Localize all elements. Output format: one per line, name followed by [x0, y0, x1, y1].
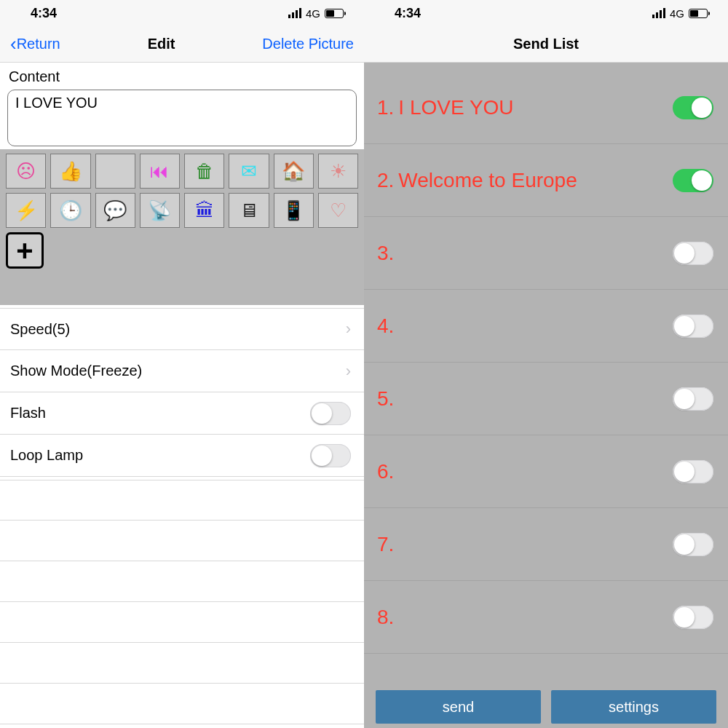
- status-right: 4G: [288, 7, 344, 20]
- clock-icon[interactable]: 🕒: [50, 193, 90, 228]
- flash-toggle[interactable]: [310, 402, 351, 425]
- flash-row: Flash: [0, 392, 364, 435]
- trash-icon[interactable]: 🗑: [184, 154, 224, 189]
- send-list-row[interactable]: 7.: [364, 508, 728, 581]
- nav-header: ‹ Return Edit Delete Picture: [0, 26, 364, 63]
- list-toggle[interactable]: [673, 533, 713, 556]
- back-label: Return: [17, 36, 60, 52]
- page-title: Edit: [148, 36, 175, 52]
- status-time: 4:34: [395, 6, 421, 21]
- list-number: 5.: [377, 387, 394, 411]
- edit-screen: 4:34 4G ‹ Return Edit Delete Picture Con…: [0, 0, 364, 728]
- list-toggle[interactable]: [673, 606, 713, 629]
- speed-label: Speed(5): [10, 321, 70, 338]
- empty-row: [0, 643, 364, 684]
- empty-row: [0, 480, 364, 521]
- prev-icon[interactable]: ⏮: [140, 154, 180, 189]
- battery-icon: [325, 9, 344, 18]
- message-icon[interactable]: 💬: [95, 193, 135, 228]
- antenna-icon[interactable]: 📡: [140, 193, 180, 228]
- empty-row: [0, 602, 364, 643]
- chevron-right-icon: ›: [346, 320, 351, 339]
- list-number: 4.: [377, 314, 394, 338]
- list-text: I LOVE YOU: [398, 96, 513, 119]
- network-label: 4G: [670, 7, 684, 20]
- face-icon[interactable]: ☹: [6, 154, 46, 189]
- home-icon[interactable]: 🏠: [274, 154, 314, 189]
- nav-header: Send List: [364, 26, 728, 63]
- page-title: Send List: [513, 36, 579, 52]
- list-toggle[interactable]: [673, 460, 713, 483]
- delete-picture-button[interactable]: Delete Picture: [262, 36, 354, 52]
- heart-icon[interactable]: ♡: [318, 193, 358, 228]
- empty-row: [0, 684, 364, 724]
- list-number: 2.: [377, 169, 394, 192]
- list-number: 6.: [377, 460, 394, 483]
- ipod-icon[interactable]: 📱: [274, 193, 314, 228]
- send-list-row[interactable]: 8.: [364, 581, 728, 654]
- settings-list: Speed(5) › Show Mode(Freeze) › Flash Loo…: [0, 308, 364, 477]
- sun-icon[interactable]: ☀: [318, 154, 358, 189]
- list-toggle[interactable]: [673, 169, 713, 192]
- list-number: 8.: [377, 606, 394, 629]
- mail-icon[interactable]: ✉: [229, 154, 269, 189]
- list-toggle[interactable]: [673, 314, 713, 338]
- list-toggle[interactable]: [673, 96, 713, 119]
- list-toggle[interactable]: [673, 387, 713, 411]
- bottom-bar: send settings: [364, 690, 728, 728]
- send-list-row[interactable]: 1.I LOVE YOU: [364, 71, 728, 144]
- network-label: 4G: [306, 7, 320, 20]
- status-right: 4G: [652, 7, 708, 20]
- signal-icon: [288, 8, 301, 18]
- list-text: Welcome to Europe: [398, 169, 577, 192]
- settings-button[interactable]: settings: [551, 690, 716, 724]
- list-toggle[interactable]: [673, 242, 713, 265]
- send-button[interactable]: send: [376, 690, 541, 724]
- status-bar: 4:34 4G: [364, 0, 728, 26]
- bolt-icon[interactable]: ⚡: [6, 193, 46, 228]
- send-list-row[interactable]: 5.: [364, 363, 728, 435]
- speed-row[interactable]: Speed(5) ›: [0, 308, 364, 350]
- add-icon-button[interactable]: +: [6, 232, 44, 269]
- flash-label: Flash: [10, 405, 46, 422]
- apple-icon[interactable]: [95, 154, 135, 189]
- battery-icon: [689, 9, 708, 18]
- content-input[interactable]: I LOVE YOU: [7, 90, 357, 146]
- send-list-row[interactable]: 3.: [364, 217, 728, 290]
- status-bar: 4:34 4G: [0, 0, 364, 26]
- thumb-icon[interactable]: 👍: [50, 154, 90, 189]
- list-number: 3.: [377, 242, 394, 265]
- list-number: 1.: [377, 96, 394, 119]
- building-icon[interactable]: 🏛: [184, 193, 224, 228]
- chevron-left-icon: ‹: [10, 33, 17, 55]
- monitor-icon[interactable]: 🖥: [229, 193, 269, 228]
- show-mode-row[interactable]: Show Mode(Freeze) ›: [0, 350, 364, 392]
- send-list-screen: 4:34 4G Send List 1.I LOVE YOU2.Welcome …: [364, 0, 728, 728]
- list-number: 7.: [377, 533, 394, 556]
- chevron-right-icon: ›: [346, 362, 351, 381]
- loop-row: Loop Lamp: [0, 435, 364, 477]
- status-time: 4:34: [31, 6, 57, 21]
- send-list-row[interactable]: 4.: [364, 290, 728, 363]
- signal-icon: [652, 8, 665, 18]
- send-list: 1.I LOVE YOU2.Welcome to Europe3.4.5.6.7…: [364, 63, 728, 654]
- icon-panel: ☹👍⏮🗑✉🏠☀⚡🕒💬📡🏛🖥📱♡ +: [0, 149, 364, 305]
- content-label: Content: [0, 63, 364, 90]
- empty-rows: [0, 480, 364, 724]
- empty-row: [0, 561, 364, 602]
- loop-label: Loop Lamp: [10, 447, 83, 464]
- show-mode-label: Show Mode(Freeze): [10, 363, 142, 379]
- send-list-row[interactable]: 2.Welcome to Europe: [364, 144, 728, 217]
- back-button[interactable]: ‹ Return: [10, 33, 60, 55]
- send-list-row[interactable]: 6.: [364, 435, 728, 508]
- empty-row: [0, 521, 364, 561]
- loop-toggle[interactable]: [310, 444, 351, 467]
